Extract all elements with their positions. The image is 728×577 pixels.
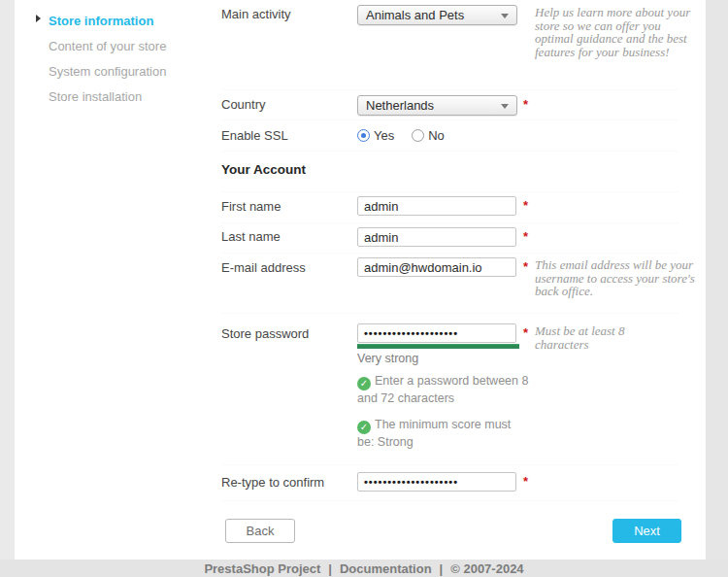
radio-selected-icon[interactable]	[357, 129, 370, 142]
main-activity-selected-value: Animals and Pets	[366, 8, 464, 22]
last-name-label: Last name	[221, 229, 281, 244]
check-icon: ✓	[357, 421, 371, 434]
ssl-yes-option[interactable]: Yes	[357, 128, 394, 143]
required-marker: *	[523, 229, 528, 244]
next-button[interactable]: Next	[612, 519, 681, 543]
footer-separator: |	[440, 561, 444, 576]
main-activity-help-text: Help us learn more about your store so w…	[535, 6, 698, 58]
retype-password-label: Re-type to confirm	[221, 475, 324, 490]
sidebar-item-store-installation: Store installation	[49, 89, 142, 104]
ssl-no-option[interactable]: No	[412, 128, 445, 143]
enable-ssl-label: Enable SSL	[221, 128, 288, 143]
main-activity-label: Main activity	[221, 7, 291, 21]
required-marker: *	[523, 325, 528, 340]
password-rule-length: ✓Enter a password between 8 and 72 chara…	[357, 373, 530, 407]
password-strength-bar	[357, 344, 519, 349]
left-page-edge	[0, 0, 15, 577]
password-rule-length-text: Enter a password between 8 and 72 charac…	[357, 374, 528, 405]
required-marker: *	[523, 97, 528, 112]
store-password-input[interactable]	[357, 323, 516, 343]
store-password-label: Store password	[221, 326, 309, 341]
divider	[221, 191, 679, 192]
radio-unselected-icon[interactable]	[412, 129, 424, 142]
required-marker: *	[523, 259, 528, 274]
footer-link-documentation[interactable]: Documentation	[340, 561, 432, 576]
email-label: E-mail address	[221, 260, 306, 275]
retype-password-input[interactable]	[357, 472, 516, 492]
email-input[interactable]	[357, 257, 516, 277]
password-rule-score-text: The minimum score must be: Strong	[357, 418, 511, 449]
divider	[221, 119, 679, 120]
ssl-radio-group: Yes No	[357, 128, 445, 143]
caret-right-icon	[36, 15, 41, 22]
required-marker: *	[523, 474, 528, 489]
check-icon: ✓	[357, 377, 371, 390]
footer-separator: |	[328, 561, 332, 576]
password-rule-score: ✓The minimum score must be: Strong	[357, 417, 530, 451]
divider	[221, 89, 679, 90]
footer-link-prestashop-project[interactable]: PrestaShop Project	[204, 561, 320, 576]
footer-copyright: © 2007-2024	[450, 561, 523, 576]
divider	[221, 253, 679, 254]
country-selected-value: Netherlands	[366, 98, 434, 113]
required-marker: *	[523, 198, 528, 213]
right-page-edge	[706, 0, 728, 577]
ssl-yes-label: Yes	[374, 128, 394, 143]
divider	[221, 222, 679, 223]
divider	[221, 500, 679, 501]
ssl-no-label: No	[428, 128, 445, 143]
first-name-label: First name	[221, 199, 281, 214]
sidebar-item-store-information: Store information	[49, 14, 153, 28]
last-name-input[interactable]	[357, 227, 516, 247]
sidebar-item-content-of-store: Content of your store	[49, 39, 166, 53]
sidebar-item-system-configuration: System configuration	[49, 64, 166, 79]
first-name-input[interactable]	[357, 196, 516, 216]
country-label: Country	[221, 97, 266, 112]
installer-page: Store information Content of your store …	[0, 0, 728, 577]
email-help-text: This email address will be your username…	[535, 258, 706, 298]
chevron-down-icon	[501, 14, 509, 18]
divider	[221, 464, 679, 465]
back-button[interactable]: Back	[225, 519, 295, 543]
footer-bar: PrestaShop Project | Documentation | © 2…	[0, 560, 728, 577]
chevron-down-icon	[501, 104, 509, 109]
main-activity-select[interactable]: Animals and Pets	[357, 5, 517, 25]
password-help-text: Must be at least 8 characters	[535, 324, 680, 351]
your-account-heading: Your Account	[221, 162, 306, 177]
divider	[221, 313, 679, 314]
country-select[interactable]: Netherlands	[357, 95, 517, 116]
divider	[221, 151, 679, 152]
password-strength-label: Very strong	[357, 352, 418, 365]
